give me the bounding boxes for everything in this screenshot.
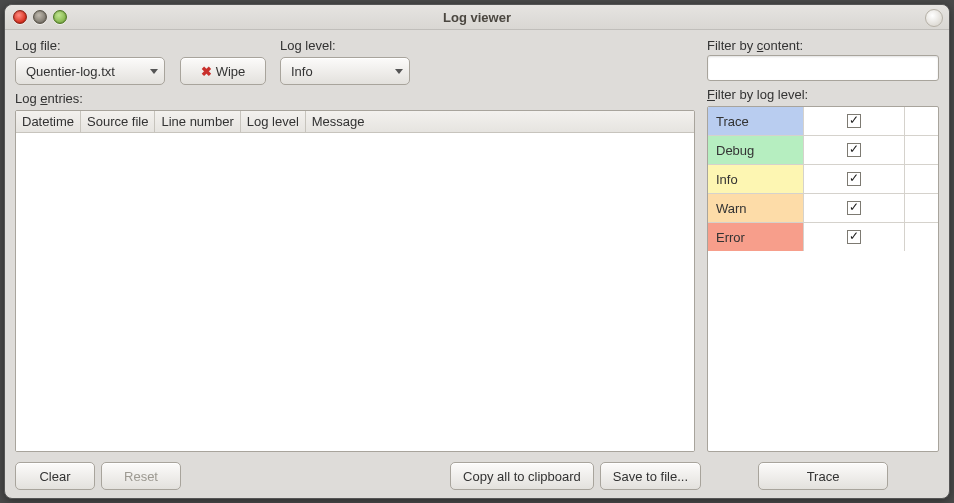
- table-header: Datetime Source file Line number Log lev…: [16, 111, 694, 133]
- log-file-label: Log file:: [15, 38, 170, 53]
- level-name-cell: Warn: [708, 194, 804, 222]
- level-row-info: Info: [708, 165, 938, 194]
- level-pad: [905, 136, 938, 164]
- level-check-cell[interactable]: [804, 136, 905, 164]
- log-level-value: Info: [291, 64, 313, 79]
- window-body: Log file: Log level: Quentier-log.txt ✖ …: [5, 30, 949, 498]
- level-check-cell[interactable]: [804, 194, 905, 222]
- chevron-down-icon: [150, 69, 158, 74]
- copy-all-button[interactable]: Copy all to clipboard: [450, 462, 594, 490]
- clear-button[interactable]: Clear: [15, 462, 95, 490]
- col-linenumber[interactable]: Line number: [155, 111, 240, 132]
- log-level-combo[interactable]: Info: [280, 57, 410, 85]
- footer-right-area: Trace: [707, 462, 939, 490]
- col-loglevel[interactable]: Log level: [241, 111, 306, 132]
- level-name-cell: Info: [708, 165, 804, 193]
- col-datetime[interactable]: Datetime: [16, 111, 81, 132]
- level-row-debug: Debug: [708, 136, 938, 165]
- titlebar: Log viewer: [5, 5, 949, 30]
- level-name-cell: Trace: [708, 107, 804, 135]
- top-controls: Log file: Log level: Quentier-log.txt ✖ …: [15, 38, 695, 85]
- window-title: Log viewer: [5, 10, 949, 25]
- wipe-button[interactable]: ✖ Wipe: [180, 57, 266, 85]
- log-file-value: Quentier-log.txt: [26, 64, 115, 79]
- level-row-warn: Warn: [708, 194, 938, 223]
- left-panel: Log file: Log level: Quentier-log.txt ✖ …: [15, 38, 695, 452]
- checkbox-icon[interactable]: [847, 172, 861, 186]
- level-name-cell: Error: [708, 223, 804, 251]
- window-corner-icon: [925, 9, 943, 27]
- filter-level-label: Filter by log level:: [707, 87, 939, 102]
- filter-content-input[interactable]: [707, 55, 939, 81]
- level-row-trace: Trace: [708, 107, 938, 136]
- log-entries-label: Log entries:: [15, 91, 695, 106]
- checkbox-icon[interactable]: [847, 143, 861, 157]
- filter-level-table: TraceDebugInfoWarnError: [707, 106, 939, 452]
- level-pad: [905, 223, 938, 251]
- level-check-cell[interactable]: [804, 165, 905, 193]
- reset-button[interactable]: Reset: [101, 462, 181, 490]
- right-panel: Filter by content: Filter by log level: …: [707, 38, 939, 452]
- log-level-label: Log level:: [280, 38, 415, 53]
- save-to-file-button[interactable]: Save to file...: [600, 462, 701, 490]
- level-pad: [905, 194, 938, 222]
- checkbox-icon[interactable]: [847, 201, 861, 215]
- trace-button[interactable]: Trace: [758, 462, 888, 490]
- col-message[interactable]: Message: [306, 111, 694, 132]
- checkbox-icon[interactable]: [847, 230, 861, 244]
- level-pad: [905, 107, 938, 135]
- table-body: [16, 133, 694, 451]
- chevron-down-icon: [395, 69, 403, 74]
- app-window: Log viewer Log file: Log level: Quentier…: [4, 4, 950, 499]
- level-row-error: Error: [708, 223, 938, 251]
- log-file-combo[interactable]: Quentier-log.txt: [15, 57, 165, 85]
- log-entries-table[interactable]: Datetime Source file Line number Log lev…: [15, 110, 695, 452]
- x-icon: ✖: [201, 64, 212, 79]
- footer: Clear Reset Copy all to clipboard Save t…: [15, 456, 939, 490]
- level-check-cell[interactable]: [804, 107, 905, 135]
- level-name-cell: Debug: [708, 136, 804, 164]
- level-check-cell[interactable]: [804, 223, 905, 251]
- wipe-label: Wipe: [216, 64, 246, 79]
- checkbox-icon[interactable]: [847, 114, 861, 128]
- col-sourcefile[interactable]: Source file: [81, 111, 155, 132]
- filter-content-label: Filter by content:: [707, 38, 939, 53]
- upper-area: Log file: Log level: Quentier-log.txt ✖ …: [15, 38, 939, 452]
- level-pad: [905, 165, 938, 193]
